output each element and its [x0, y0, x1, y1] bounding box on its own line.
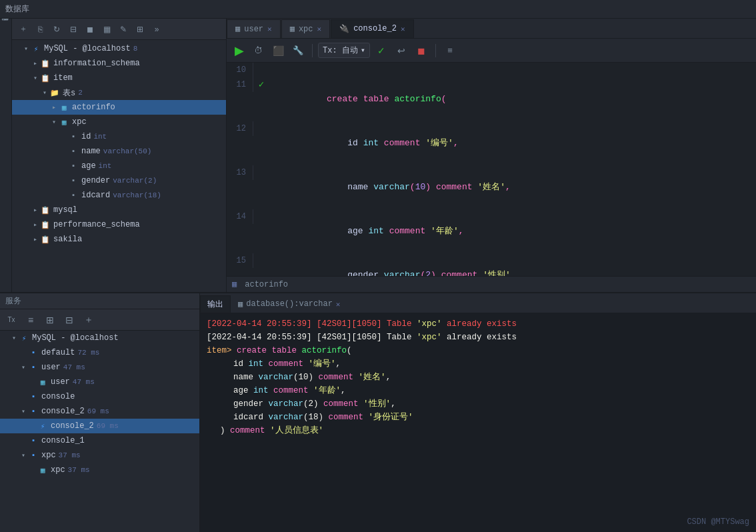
- vert-tab-db[interactable]: 数据库: [0, 24, 12, 29]
- output-tab-db-close[interactable]: ✕: [336, 300, 341, 309]
- tab-user[interactable]: ▦ user ✕: [227, 19, 281, 38]
- svc-user-q-time: 47 ms: [73, 378, 95, 386]
- svc-c2q-label: console_2: [51, 421, 94, 431]
- svc-tree-btn[interactable]: ⊞: [41, 311, 59, 329]
- code-content-12: id int comment '编号',: [269, 121, 459, 165]
- toolbar-sep1: [312, 44, 313, 57]
- svc-mysql[interactable]: ▾ ⚡ MySQL - @localhost: [0, 331, 199, 345]
- format-btn[interactable]: ≡: [441, 42, 459, 59]
- svc-c2-time: 69 ms: [87, 407, 109, 415]
- svc-tx-btn[interactable]: Tx: [3, 311, 20, 329]
- tab-xpc-close[interactable]: ✕: [317, 25, 322, 33]
- svc-console2-query[interactable]: ⚡ console_2 69 ms: [0, 419, 199, 433]
- svc-user-q-label: user: [51, 377, 70, 387]
- sidebar-more-btn[interactable]: »: [149, 22, 164, 37]
- output-line-9: ) comment '人员信息表': [207, 424, 749, 437]
- tab-user-close[interactable]: ✕: [267, 25, 272, 33]
- svc-xpc-session[interactable]: ▾ ▪ xpc 37 ms: [0, 448, 199, 463]
- svc-console2[interactable]: ▾ ▪ console_2 69 ms: [0, 404, 199, 419]
- tree-item-xpc[interactable]: ▾ ▦ xpc: [12, 115, 226, 129]
- code-content-14: age int comment '年龄',: [269, 209, 464, 253]
- svc-panel-btn[interactable]: ⊟: [61, 311, 78, 329]
- svc-sort-btn[interactable]: ≡: [22, 311, 39, 329]
- field-age-type: int: [99, 162, 112, 170]
- tree-item-tables-folder[interactable]: ▾ 📁 表s 2: [12, 85, 226, 100]
- svc-arrow-user: ▾: [19, 363, 28, 371]
- gutter-12: 12: [227, 121, 253, 136]
- editor-bottom-bar: ▦ actorinfo: [227, 276, 756, 292]
- run-button[interactable]: ▶: [232, 42, 247, 59]
- svc-console1[interactable]: ▪ console_1: [0, 433, 199, 448]
- arrow-item: ▾: [31, 74, 40, 82]
- svc-default[interactable]: ▪ default 72 ms: [0, 345, 199, 360]
- code-content-13: name varchar(10) comment '姓名',: [269, 165, 511, 209]
- wrench-btn[interactable]: 🔧: [289, 42, 307, 59]
- tree-item-sakila[interactable]: ▸ 📋 sakila: [12, 232, 226, 247]
- right-panel: ▦ user ✕ ▦ xpc ✕ 🔌 console_2 ✕ ▶ ⏱ ⬛ 🔧: [227, 19, 756, 292]
- arrow-perf: ▸: [31, 221, 40, 229]
- gutter-14: 14: [227, 209, 253, 224]
- stop-exec-btn[interactable]: ⬛: [269, 42, 287, 59]
- sidebar-refresh-btn[interactable]: ↻: [49, 22, 64, 37]
- history-btn[interactable]: ⏱: [249, 42, 267, 59]
- svc-arrow-c2: ▾: [19, 407, 28, 415]
- main-area: 数据库 ＋ ⎘ ↻ ⊟ ◼ ▦ ✎ ⊞ » ▾ ⚡ MySQL - @local…: [0, 19, 756, 292]
- output-panel: 输出 ▦ database():varchar ✕ [2022-04-14 20…: [200, 293, 756, 532]
- sidebar-toolbar: ＋ ⎘ ↻ ⊟ ◼ ▦ ✎ ⊞ »: [12, 19, 226, 40]
- svc-arrow-mysql: ▾: [9, 334, 19, 342]
- tab-xpc[interactable]: ▦ xpc ✕: [281, 19, 330, 38]
- svc-mysql-icon: ⚡: [19, 333, 29, 343]
- arrow-actorinfo: ▸: [49, 103, 59, 111]
- tree-item-field-id[interactable]: ▪ id int: [12, 129, 226, 144]
- commit-btn[interactable]: ✓: [373, 42, 390, 59]
- svc-xpc-query[interactable]: ▦ xpc 37 ms: [0, 463, 199, 477]
- sidebar-copy-btn[interactable]: ⎘: [33, 22, 47, 37]
- code-line-12: 12 id int comment '编号',: [227, 121, 756, 165]
- result-table-icon: ▦: [232, 279, 237, 289]
- tree-item-field-name[interactable]: ▪ name varchar(50): [12, 144, 226, 159]
- arrow-xpc: ▾: [49, 118, 59, 126]
- sidebar-settings-btn[interactable]: ⊞: [133, 22, 147, 37]
- services-label: 服务: [0, 293, 199, 309]
- tree-item-field-gender[interactable]: ▪ gender varchar(2): [12, 173, 226, 188]
- tx-label: Tx: 自动: [323, 45, 358, 56]
- mysql-schema-label: mysql: [53, 205, 77, 215]
- menu-item-db[interactable]: 数据库: [5, 3, 29, 15]
- gutter-11: 11: [227, 77, 253, 92]
- mysql-label: MySQL - @localhost: [44, 44, 131, 53]
- sidebar: ＋ ⎘ ↻ ⊟ ◼ ▦ ✎ ⊞ » ▾ ⚡ MySQL - @localhost…: [12, 19, 227, 292]
- tree-item-field-idcard[interactable]: ▪ idcard varchar(18): [12, 188, 226, 203]
- tree-item-field-age[interactable]: ▪ age int: [12, 159, 226, 173]
- sidebar-stop-btn[interactable]: ◼: [83, 22, 97, 37]
- rollback-btn[interactable]: ↩: [393, 42, 410, 59]
- output-tab-db[interactable]: ▦ database():varchar ✕: [231, 295, 347, 313]
- svc-user-session[interactable]: ▾ ▪ user 47 ms: [0, 360, 199, 375]
- tree-item-info-schema[interactable]: ▸ 📋 information_schema: [12, 56, 226, 71]
- tree-item-item[interactable]: ▾ 📋 item: [12, 71, 226, 85]
- services-toolbar: Tx ≡ ⊞ ⊟ ＋: [0, 309, 199, 331]
- sakila-label: sakila: [53, 235, 82, 244]
- services-panel: 服务 Tx ≡ ⊞ ⊟ ＋ ▾ ⚡ MySQL - @localhost: [0, 293, 200, 532]
- tree-item-perf-schema[interactable]: ▸ 📋 performance_schema: [12, 217, 226, 232]
- tree-item-mysql[interactable]: ▾ ⚡ MySQL - @localhost 8: [12, 41, 226, 56]
- perf-schema-label: performance_schema: [53, 220, 140, 229]
- csdn-watermark: CSDN @MTYSwag: [687, 517, 749, 527]
- code-editor[interactable]: 10 11 ✓ create table actorinfo( 12 i: [227, 63, 756, 276]
- sidebar-table-btn[interactable]: ▦: [99, 22, 114, 37]
- sidebar-filter-btn[interactable]: ⊟: [66, 22, 81, 37]
- stop-tx-btn[interactable]: ◼: [413, 42, 430, 59]
- tx-selector[interactable]: Tx: 自动 ▾: [318, 43, 370, 58]
- code-line-14: 14 age int comment '年龄',: [227, 209, 756, 253]
- tab-console2[interactable]: 🔌 console_2 ✕: [331, 19, 413, 38]
- tree-item-mysql-schema[interactable]: ▸ 📋 mysql: [12, 203, 226, 217]
- sidebar-edit-btn[interactable]: ✎: [116, 22, 131, 37]
- svc-console[interactable]: ▪ console: [0, 389, 199, 404]
- sidebar-add-btn[interactable]: ＋: [16, 22, 31, 37]
- indicator-11: ✓: [253, 77, 269, 92]
- output-tab-output[interactable]: 输出: [200, 295, 231, 313]
- svc-user-query[interactable]: ▦ user 47 ms: [0, 375, 199, 389]
- output-tab-label: 输出: [207, 299, 223, 310]
- tab-console2-close[interactable]: ✕: [401, 25, 405, 33]
- svc-add-btn[interactable]: ＋: [80, 311, 97, 329]
- tree-item-actorinfo[interactable]: ▸ ▦ actorinfo: [12, 100, 226, 115]
